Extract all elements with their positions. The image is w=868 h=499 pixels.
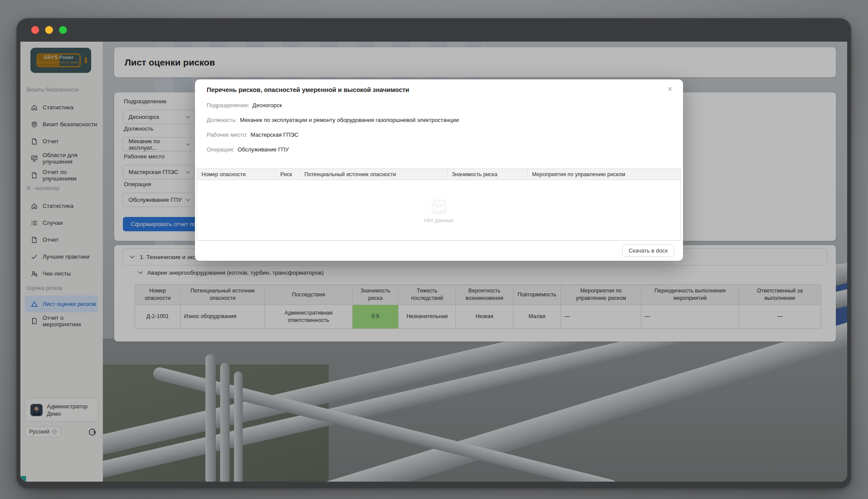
app-content: GRYS Power RELIABLE AND CONTROLLED ENERG… xyxy=(20,42,847,482)
col-hazard-number: Номер опасности xyxy=(197,169,276,180)
close-window-button[interactable] xyxy=(31,26,39,34)
modal-footer: Скачать в docx xyxy=(195,240,683,261)
col-risk: Риск xyxy=(276,169,300,180)
window-titlebar xyxy=(17,18,851,42)
empty-inbox-icon xyxy=(428,197,450,215)
modal-info-operation: Операция: Обслуживание ГПУ xyxy=(207,145,289,153)
info-value: Десногорск xyxy=(252,102,282,108)
modal-info-position: Должность: Механик по эксплуатации и рем… xyxy=(207,116,459,124)
col-risk-actions: Мероприятия по управлению риском xyxy=(528,169,680,180)
modal-info-division: Подразделение: Десногорск xyxy=(207,101,282,109)
modal-table-empty-state: Нет данных xyxy=(197,180,680,240)
download-docx-button[interactable]: Скачать в docx xyxy=(622,244,674,257)
info-label: Операция: xyxy=(207,146,234,153)
info-label: Рабочее место: xyxy=(207,131,248,138)
col-hazard-source: Потенциальный источник опасности xyxy=(300,169,447,180)
empty-text: Нет данных xyxy=(424,217,453,223)
risk-list-modal: Перечень рисков, опасностей умеренной и … xyxy=(195,79,683,261)
info-value: Механик по эксплуатации и ремонту оборуд… xyxy=(240,117,459,123)
zoom-window-button[interactable] xyxy=(59,26,67,34)
col-risk-significance: Значимость риска xyxy=(448,169,528,180)
minimize-window-button[interactable] xyxy=(45,26,53,34)
info-value: Мастерская ГПЭС xyxy=(251,131,298,138)
info-value: Обслуживание ГПУ xyxy=(238,146,289,153)
close-icon[interactable]: × xyxy=(664,83,676,95)
modal-info-workplace: Рабочее место: Мастерская ГПЭС xyxy=(207,131,298,138)
info-label: Подразделение: xyxy=(207,102,249,108)
info-label: Должность: xyxy=(207,117,237,123)
modal-title: Перечень рисков, опасностей умеренной и … xyxy=(207,86,409,93)
app-window: GRYS Power RELIABLE AND CONTROLLED ENERG… xyxy=(17,18,851,488)
modal-table-header-row: Номер опасности Риск Потенциальный источ… xyxy=(197,169,680,180)
modal-risks-table: Номер опасности Риск Потенциальный источ… xyxy=(197,168,681,241)
